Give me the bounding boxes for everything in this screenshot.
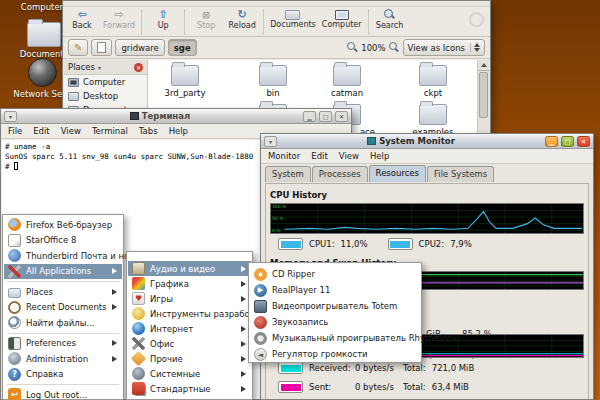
root-crumb-button[interactable] <box>91 39 112 56</box>
zoom-out-icon[interactable] <box>347 42 358 53</box>
menu-item-thunderbird[interactable]: Thunderbird Почта и новости <box>4 248 122 264</box>
places-header[interactable]: Places ▾ ✕ <box>64 60 147 75</box>
cpu-legend: CPU1: 11,0% CPU2: 7,9% <box>278 238 584 250</box>
category-audio-video[interactable]: Аудио и видео <box>128 261 251 276</box>
tab-file-systems[interactable]: File Systems <box>427 166 494 182</box>
places-header-label: Places <box>68 62 95 72</box>
maximize-button[interactable]: □ <box>319 111 332 122</box>
menu-terminal[interactable]: Terminal <box>92 126 128 136</box>
menu-item-label: All Applications <box>26 266 91 276</box>
button-label: Stop <box>197 21 215 30</box>
forward-button[interactable]: ⇨ Forward <box>103 8 135 30</box>
menu-item-log-out[interactable]: ↩ Log Out root... <box>4 387 122 400</box>
edit-location-toggle[interactable]: ✎ <box>68 39 88 56</box>
menu-item-sound-recorder[interactable]: Звукозапись <box>250 314 420 330</box>
folder-item-catman[interactable]: catman <box>319 65 375 98</box>
search-button[interactable]: Search <box>375 8 405 30</box>
terminal-titlebar[interactable]: ▾ Терминал ▁ □ ✕ <box>1 109 351 124</box>
cpu2-color-swatch[interactable] <box>388 238 413 250</box>
computer-button[interactable]: Computer <box>322 8 362 29</box>
tab-system[interactable]: System <box>265 166 311 182</box>
menu-item-staroffice[interactable]: StarOffice 8 <box>4 233 122 249</box>
menu-item-recent-documents[interactable]: Recent Documents <box>4 300 122 316</box>
menu-item-label: Видеопроигрыватель Totem <box>272 301 397 311</box>
menu-help[interactable]: Help <box>169 126 188 136</box>
back-icon: ⇦ <box>77 8 86 21</box>
folder-item-bin[interactable]: bin <box>245 65 301 98</box>
close-sidebar-button[interactable]: ✕ <box>134 63 143 72</box>
category-games[interactable]: ♥ Игры <box>128 291 251 306</box>
button-label: Documents <box>270 20 316 29</box>
menu-item-help[interactable]: ? Справка <box>4 367 122 383</box>
up-button[interactable]: ⇧ Up <box>148 8 178 30</box>
menu-item-preferences[interactable]: Preferences <box>4 336 122 352</box>
menu-item-totem[interactable]: Видеопроигрыватель Totem <box>250 298 420 314</box>
scroll-up-button[interactable] <box>478 60 489 71</box>
menu-item-find-files[interactable]: Найти файлы... <box>4 315 122 331</box>
close-button[interactable]: ✕ <box>335 111 348 122</box>
menu-item-all-applications[interactable]: All Applications <box>4 264 122 280</box>
documents-button[interactable]: Documents <box>270 8 316 29</box>
tab-processes[interactable]: Processes <box>312 166 368 182</box>
view-mode-select[interactable]: View as Icons <box>403 39 485 56</box>
reload-button[interactable]: ↻ Reload <box>227 8 257 30</box>
folder-item-3rd-party[interactable]: 3rd_party <box>157 65 213 98</box>
staroffice-icon <box>8 234 21 247</box>
submenu-arrow-icon <box>112 356 117 362</box>
menu-item-firefox[interactable]: Firefox Веб-браузер <box>4 217 122 233</box>
folder-item-ckpt[interactable]: ckpt <box>405 65 461 98</box>
menu-item-label: Справка <box>26 369 63 379</box>
back-button[interactable]: ⇦ Back <box>67 8 97 30</box>
menu-edit[interactable]: Edit <box>311 151 327 161</box>
sidebar-item-desktop[interactable]: Desktop <box>64 89 147 103</box>
menu-tabs[interactable]: Tabs <box>139 126 158 136</box>
start-menu: Firefox Веб-браузер StarOffice 8 Thunder… <box>2 214 124 400</box>
zoom-in-icon[interactable] <box>389 42 400 53</box>
window-menu-button[interactable]: ▾ <box>264 136 277 147</box>
menu-edit[interactable]: Edit <box>33 126 49 136</box>
scrollbar-thumb[interactable] <box>479 72 488 118</box>
category-development[interactable]: Инструменты разработки <box>128 306 251 321</box>
sent-total-value: 63,4 MiB <box>432 382 469 392</box>
breadcrumb-gridware[interactable]: gridware <box>115 39 164 56</box>
menu-item-cd-ripper[interactable]: CD Ripper <box>250 266 420 282</box>
close-button[interactable]: ✕ <box>577 136 590 147</box>
received-color-swatch[interactable] <box>278 362 303 374</box>
menu-monitor[interactable]: Monitor <box>268 151 300 161</box>
menu-file[interactable]: File <box>8 126 22 136</box>
sent-color-swatch[interactable] <box>278 381 303 393</box>
menu-item-places[interactable]: Places <box>4 284 122 300</box>
minimize-button[interactable]: ▁ <box>303 111 316 122</box>
category-graphics[interactable]: Графика <box>128 276 251 291</box>
category-other[interactable]: Прочие <box>128 351 251 366</box>
category-office[interactable]: Офис <box>128 336 251 351</box>
folder-icon <box>27 22 61 47</box>
cpu1-color-swatch[interactable] <box>278 238 303 250</box>
menu-help[interactable]: Help <box>370 151 389 161</box>
breadcrumb-sge[interactable]: sge <box>168 39 197 56</box>
maximize-button[interactable]: □ <box>561 136 574 147</box>
category-internet[interactable]: Интернет <box>128 321 251 336</box>
menu-item-administration[interactable]: Administration <box>4 351 122 367</box>
menu-item-label: Стандартные <box>150 384 211 394</box>
crumb-label: gridware <box>121 43 158 53</box>
menu-item-volume-control[interactable]: ◄ Регулятор громкости <box>250 346 420 362</box>
vertical-scrollbar[interactable] <box>477 60 489 139</box>
menu-item-realplayer[interactable]: ▶ RealPlayer 11 <box>250 282 420 298</box>
tab-resources[interactable]: Resources <box>369 165 426 182</box>
sidebar-item-computer[interactable]: Computer <box>64 75 147 89</box>
menu-view[interactable]: View <box>339 151 359 161</box>
menu-item-label: Log Out root... <box>26 390 87 400</box>
category-accessories[interactable]: Стандартные <box>128 381 251 396</box>
window-menu-button[interactable]: ▾ <box>4 111 17 122</box>
category-system[interactable]: Системные <box>128 366 251 381</box>
administration-icon <box>8 352 21 365</box>
stop-button[interactable]: ⦻ Stop <box>191 8 221 30</box>
menu-item-rhythmbox[interactable]: Музыкальный проигрыватель Rhythmbox <box>250 330 420 346</box>
system-monitor-titlebar[interactable]: ▾ System Monitor ▁ □ ✕ <box>261 134 593 149</box>
menu-separator <box>7 281 119 282</box>
folder-label: 3rd_party <box>157 88 213 98</box>
all-applications-submenu: Аудио и видео Графика ♥ Игры Инструменты… <box>126 251 253 400</box>
menu-view[interactable]: View <box>61 126 81 136</box>
minimize-button[interactable]: ▁ <box>545 136 558 147</box>
